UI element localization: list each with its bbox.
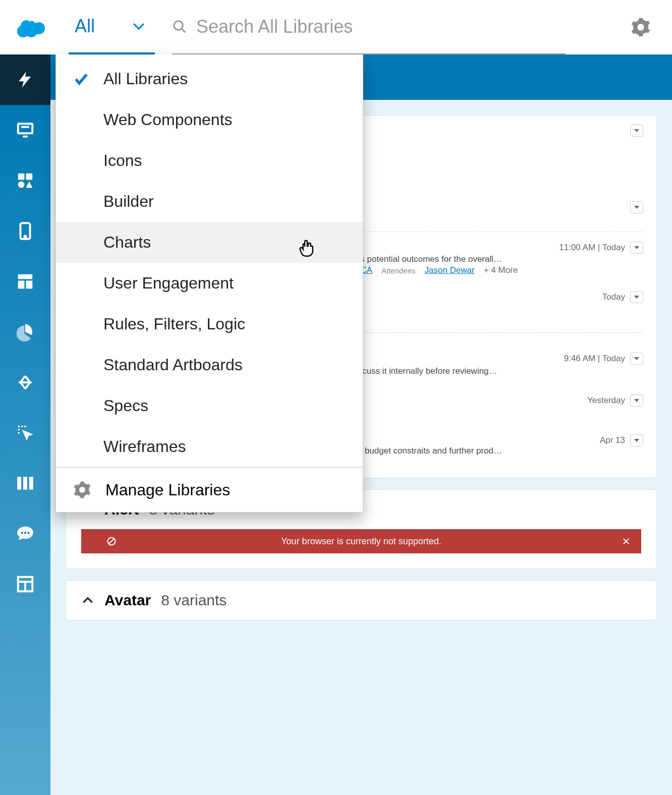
svg-rect-12 (29, 477, 33, 489)
library-filter-option-label: Builder (103, 192, 154, 211)
library-filter-option[interactable]: Specs (56, 385, 363, 426)
library-filter-label: All (75, 16, 95, 37)
svg-rect-10 (17, 477, 21, 489)
library-filter-option[interactable]: Builder (56, 181, 363, 222)
gear-icon (73, 481, 91, 499)
library-filter-option-label: Wireframes (103, 437, 186, 456)
svg-point-13 (21, 532, 23, 534)
library-filter-option-label: Rules, Filters, Logic (103, 315, 245, 333)
library-filter-option[interactable]: User Engagement (56, 263, 363, 304)
search-input[interactable] (196, 16, 566, 37)
library-filter-option[interactable]: Standard Artboards (56, 345, 363, 385)
row-menu[interactable] (630, 353, 643, 365)
library-filter-option-label: All Libraries (103, 70, 188, 88)
svg-rect-1 (18, 124, 33, 133)
svg-point-14 (24, 532, 26, 534)
svg-rect-9 (26, 280, 33, 289)
row-menu[interactable] (630, 125, 643, 137)
attendee-link[interactable]: Jason Dewar (425, 265, 475, 275)
svg-rect-3 (26, 174, 33, 180)
section-title: Avatar (104, 592, 151, 609)
svg-point-6 (24, 236, 26, 238)
manage-libraries-label: Manage Libraries (105, 481, 230, 499)
attendees-label: Attendees (381, 266, 416, 275)
nav-template[interactable] (0, 559, 50, 609)
row-menu[interactable] (630, 394, 643, 407)
svg-rect-7 (18, 274, 33, 279)
library-filter-option[interactable]: Web Components (56, 99, 363, 140)
library-filter-option-label: Web Components (103, 110, 233, 129)
time-label: Yesterday (587, 395, 625, 406)
library-filter-option-label: User Engagement (103, 274, 234, 293)
header-bar: All (0, 0, 672, 54)
alert-message: Your browser is currently not supported. (281, 536, 441, 547)
nav-chat[interactable] (0, 508, 50, 559)
library-filter-option-label: Charts (103, 233, 151, 252)
nav-flow[interactable] (0, 357, 50, 408)
salesforce-logo-icon (16, 15, 51, 39)
row-menu[interactable] (630, 201, 643, 213)
library-filter-option-label: Specs (103, 396, 148, 415)
alert-banner: Your browser is currently not supported. (81, 529, 641, 553)
settings-gear-icon[interactable] (631, 17, 651, 37)
nav-shapes[interactable] (0, 155, 50, 206)
nav-mobile[interactable] (0, 206, 50, 256)
svg-point-15 (27, 532, 29, 534)
row-menu[interactable] (630, 291, 643, 303)
nav-layout[interactable] (0, 256, 50, 307)
ban-icon (106, 536, 117, 546)
library-filter-option-label: Standard Artboards (103, 356, 243, 374)
nav-columns[interactable] (0, 458, 50, 508)
svg-rect-11 (23, 477, 27, 489)
manage-libraries-item[interactable]: Manage Libraries (56, 468, 363, 512)
library-filter-option[interactable]: Charts (56, 222, 363, 263)
nav-lightning[interactable] (0, 54, 50, 105)
library-filter-option[interactable]: Icons (56, 140, 363, 181)
time-label: 9:46 AM | Today (564, 354, 625, 364)
svg-point-0 (174, 21, 183, 30)
time-label: Apr 13 (600, 435, 625, 445)
svg-rect-2 (18, 174, 25, 180)
library-filter-dropdown: All LibrariesWeb ComponentsIconsBuilderC… (55, 54, 363, 513)
nav-select[interactable] (0, 408, 50, 458)
nav-display[interactable] (0, 105, 50, 155)
section-avatar: Avatar 8 variants (66, 580, 657, 620)
row-menu[interactable] (630, 434, 643, 446)
nav-chart[interactable] (0, 307, 50, 357)
time-label: Today (602, 292, 625, 302)
chevron-down-icon (133, 23, 145, 30)
svg-rect-8 (18, 280, 25, 289)
cursor-hand-icon (297, 238, 317, 258)
close-icon[interactable] (622, 537, 630, 545)
section-header[interactable]: Avatar 8 variants (66, 581, 656, 620)
search-field[interactable] (172, 0, 566, 54)
search-icon (172, 19, 187, 34)
left-nav (0, 54, 50, 795)
library-filter-option[interactable]: All Libraries (56, 54, 363, 99)
library-filter-option[interactable]: Wireframes (56, 426, 363, 467)
svg-point-4 (18, 182, 25, 188)
library-filter-option-label: Icons (103, 151, 142, 170)
chevron-up-icon (81, 594, 94, 607)
library-filter-option[interactable]: Rules, Filters, Logic (56, 304, 363, 345)
time-label: 11:00 AM | Today (559, 243, 625, 253)
library-filter-trigger[interactable]: All (69, 0, 155, 54)
row-menu[interactable] (630, 242, 643, 254)
attendee-more: + 4 More (484, 265, 518, 275)
section-variants: 8 variants (161, 592, 227, 609)
check-icon (73, 71, 89, 87)
